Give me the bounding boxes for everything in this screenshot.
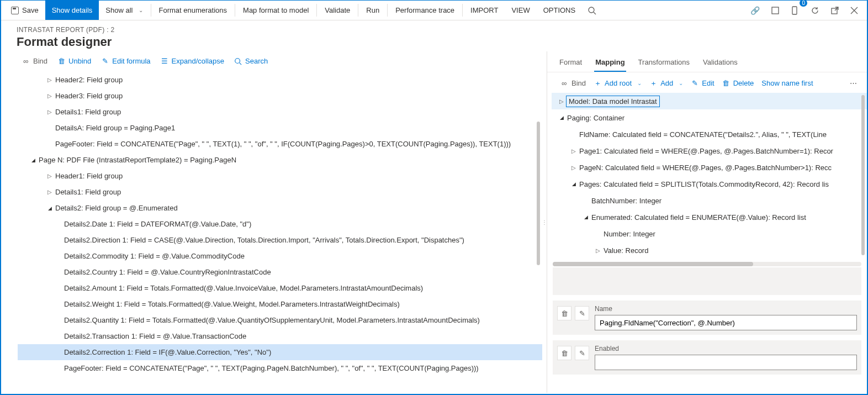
tree-row[interactable]: PageFooter: Field = CONCATENATE("Page", … [18, 136, 542, 152]
import-menu[interactable]: IMPORT [464, 1, 505, 20]
tree-row[interactable]: ▷Details1: Field group [18, 104, 542, 120]
map-format-label: Map format to model [243, 6, 309, 14]
show-details-button[interactable]: Show details [45, 1, 99, 20]
caret-right-icon[interactable]: ▷ [45, 104, 54, 120]
tree-label: Details1: Field group [54, 185, 121, 200]
tree-row[interactable]: Details2.Date 1: Field = DATEFORMAT(@.Va… [18, 216, 542, 232]
add-root-button[interactable]: ＋ Add root ⌄ [590, 77, 645, 89]
popout-button[interactable] [825, 1, 845, 20]
caret-down-icon[interactable]: ◢ [29, 152, 38, 168]
caret-right-icon[interactable]: ▷ [45, 168, 54, 184]
refresh-button[interactable] [805, 1, 825, 20]
caret-down-icon[interactable]: ◢ [569, 181, 578, 187]
tree-row[interactable]: ◢Paging: Container [552, 109, 867, 126]
delete-button[interactable]: 🗑 Delete [719, 77, 758, 89]
office-icon [771, 6, 780, 15]
prop-enabled-input[interactable] [595, 355, 857, 370]
right-scrollbar-h[interactable] [553, 262, 861, 266]
tree-row[interactable]: Details2.Commodity 1: Field = @.Value.Co… [18, 248, 542, 264]
tree-row[interactable]: PageFooter: Field = CONCATENATE("Page", … [18, 360, 542, 376]
tree-row[interactable]: ◢Details2: Field group = @.Enumerated [18, 200, 542, 216]
office-button[interactable] [765, 1, 785, 20]
save-button[interactable]: Save [4, 1, 45, 20]
refresh-icon [811, 6, 819, 15]
splitter[interactable]: ⋮ [542, 51, 547, 393]
caret-right-icon[interactable]: ▷ [569, 148, 578, 154]
search-button-left[interactable]: Search [230, 55, 272, 67]
tab-format[interactable]: Format [558, 55, 583, 72]
run-button[interactable]: Run [359, 1, 386, 20]
edit-button[interactable]: ✎ Edit [687, 77, 717, 89]
expand-collapse-button[interactable]: ☰ Expand/collapse [156, 55, 229, 67]
validate-button[interactable]: Validate [318, 1, 357, 20]
show-name-first-button[interactable]: Show name first [758, 77, 816, 89]
tree-row[interactable]: ◢Pages: Calculated field = SPLITLIST(Tot… [552, 176, 867, 192]
caret-right-icon[interactable]: ▷ [557, 98, 566, 104]
tree-row[interactable]: Details2.Direction 1: Field = CASE(@.Val… [18, 232, 542, 248]
tree-row[interactable]: FldName: Calculated field = CONCATENATE(… [552, 126, 867, 143]
search-button[interactable] [582, 1, 602, 20]
tree-row[interactable]: Details2.Weight 1: Field = Totals.Format… [18, 296, 542, 312]
tab-mapping[interactable]: Mapping [594, 55, 626, 72]
tree-row[interactable]: ▷Value: Record [552, 242, 867, 259]
scroll-thumb[interactable] [553, 262, 753, 266]
tree-row[interactable]: Details2.Quantity 1: Field = Totals.Form… [18, 312, 542, 328]
caret-right-icon[interactable]: ▷ [594, 247, 602, 254]
caret-right-icon[interactable]: ▷ [45, 72, 54, 88]
show-all-button[interactable]: Show all ⌄ [99, 1, 149, 20]
tree-row[interactable]: ▷Header2: Field group [18, 72, 542, 88]
tree-row[interactable]: Details2.Country 1: Field = @.Value.Coun… [18, 264, 542, 280]
prop-name-label: Name [595, 305, 857, 313]
prop-name-input[interactable] [595, 315, 857, 330]
prop-edit-button[interactable]: ✎ [575, 346, 589, 360]
caret-right-icon[interactable]: ▷ [45, 185, 54, 200]
caret-down-icon[interactable]: ◢ [581, 214, 590, 220]
tab-validations[interactable]: Validations [702, 55, 739, 72]
tree-label: BatchNumber: Integer [590, 197, 661, 205]
tree-row[interactable]: Details2.Correction 1: Field = IF(@.Valu… [18, 344, 542, 360]
tree-label: Details2.Correction 1: Field = IF(@.Valu… [63, 345, 271, 360]
property-panel: 🗑 ✎ Name 🗑 ✎ Enabled [547, 267, 867, 393]
tree-row[interactable]: ▷Model: Data model Intrastat [552, 93, 867, 109]
caret-right-icon[interactable]: ▷ [569, 165, 578, 171]
map-format-button[interactable]: Map format to model [236, 1, 315, 20]
tree-row[interactable]: Number: Integer [552, 225, 867, 242]
add-button[interactable]: ＋ Add ⌄ [646, 77, 686, 89]
attach-button[interactable]: 🔗 [745, 1, 765, 20]
left-scrollbar[interactable] [537, 122, 540, 265]
format-enumerations-button[interactable]: Format enumerations [152, 1, 234, 20]
tree-row[interactable]: ▷Header3: Field group [18, 88, 542, 104]
prop-enabled-label: Enabled [595, 345, 857, 352]
tree-row[interactable]: ▷Page1: Calculated field = WHERE(@.Pages… [552, 143, 867, 159]
prop-edit-button[interactable]: ✎ [575, 306, 589, 320]
tree-row[interactable]: Details2.Transaction 1: Field = @.Value.… [18, 328, 542, 344]
caret-right-icon[interactable]: ▷ [45, 88, 54, 104]
options-menu[interactable]: OPTIONS [537, 1, 583, 20]
bind-label: Bind [33, 57, 47, 65]
tree-row[interactable]: ▷Details1: Field group [18, 184, 542, 200]
perf-trace-button[interactable]: Performance trace [389, 1, 461, 20]
view-menu[interactable]: VIEW [505, 1, 536, 20]
close-button[interactable] [845, 1, 864, 20]
tree-row[interactable]: BatchNumber: Integer [552, 192, 867, 209]
tree-row[interactable]: ▷Header1: Field group [18, 168, 542, 184]
caret-down-icon[interactable]: ◢ [45, 201, 54, 216]
edit-formula-button[interactable]: ✎ Edit formula [97, 55, 155, 67]
prop-delete-button[interactable]: 🗑 [557, 306, 571, 320]
caret-down-icon[interactable]: ◢ [557, 115, 566, 120]
unbind-button[interactable]: 🗑 Unbind [53, 55, 96, 67]
r-bind-button[interactable]: ∞ Bind [557, 77, 589, 89]
notifications-button[interactable]: 0 [785, 1, 805, 20]
prop-delete-button[interactable]: 🗑 [557, 346, 571, 360]
tree-row[interactable]: ◢Page N: PDF File (IntrastatReportTempla… [18, 152, 542, 168]
separator [462, 4, 463, 17]
add-root-label: Add root [605, 79, 632, 87]
tree-row[interactable]: ◢Enumerated: Calculated field = ENUMERAT… [552, 209, 867, 225]
tab-transformations[interactable]: Transformations [637, 55, 691, 72]
tree-row[interactable]: Details2.Amount 1: Field = Totals.Format… [18, 280, 542, 296]
tree-row[interactable]: ▷PageN: Calculated field = WHERE(@.Pages… [552, 159, 867, 176]
more-button[interactable]: ⋯ [845, 77, 861, 89]
right-scrollbar-v[interactable] [861, 95, 865, 255]
bind-button[interactable]: ∞ Bind [18, 55, 52, 67]
tree-row[interactable]: DetailsA: Field group = Paging.Page1 [18, 120, 542, 136]
